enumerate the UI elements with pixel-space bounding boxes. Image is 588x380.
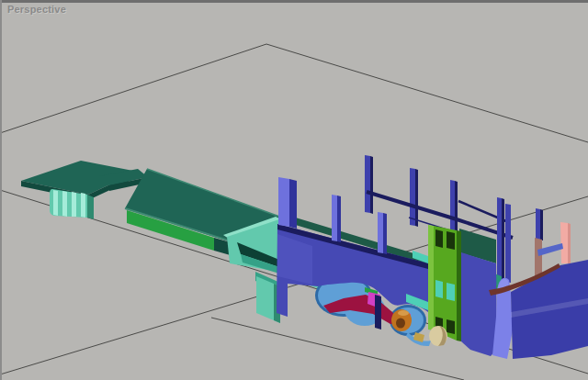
viewport-top-border (0, 0, 588, 3)
viewport-3d[interactable]: Perspective (0, 0, 588, 380)
near-stake-1-edge (289, 179, 297, 229)
fender-stripe-3 (72, 192, 76, 217)
near-stake-2-edge (337, 196, 341, 242)
far-stake-1-edge (370, 156, 373, 214)
front-assembly (461, 197, 588, 359)
scene-canvas[interactable] (0, 0, 588, 380)
near-stake-2 (332, 195, 337, 241)
near-stake-1 (278, 177, 289, 227)
truck-model[interactable] (277, 155, 588, 359)
far-stake-2-edge (415, 169, 418, 227)
bulkhead-hole-1b (447, 231, 455, 250)
bulkhead-hole-1a (435, 229, 443, 248)
fender-stripe-4 (81, 193, 85, 218)
fender-stripe-2 (62, 191, 67, 217)
far-stake-2 (410, 168, 415, 226)
front-stake-3-edge (540, 209, 543, 240)
grid-line-b1 (266, 44, 588, 142)
exhaust-stack-salmon-edge (568, 223, 571, 263)
near-stake-3 (378, 212, 383, 253)
fender-stripe-1 (53, 190, 58, 216)
viewport-label: Perspective (7, 4, 66, 15)
wheel-hub-highlight (398, 310, 409, 316)
bulkhead-right-edge (457, 230, 461, 341)
bulkhead-hole-2b (447, 283, 455, 301)
front-stake-1-edge (502, 198, 504, 283)
grid-line-a1 (0, 44, 266, 133)
front-stake-2 (505, 204, 511, 283)
front-stake-1 (497, 197, 502, 282)
bulkhead-left-edge (428, 225, 434, 330)
bulkhead-hole-3b (447, 319, 455, 334)
bulkhead-hole-2a (435, 280, 443, 298)
far-stake-1 (365, 155, 370, 213)
wheel-hub-center (396, 319, 405, 329)
axle-post (375, 295, 381, 330)
near-stake-3-edge (383, 213, 387, 254)
bulkhead-frame (428, 225, 461, 341)
trailer-rear-fender-side (87, 195, 94, 219)
front-stake-3 (536, 208, 540, 240)
viewport-left-border (0, 0, 2, 380)
cowl-side-face (461, 252, 497, 356)
trailer-model[interactable] (21, 161, 320, 323)
exhaust-stack-salmon (560, 222, 568, 263)
grid-line-b3 (211, 318, 464, 380)
